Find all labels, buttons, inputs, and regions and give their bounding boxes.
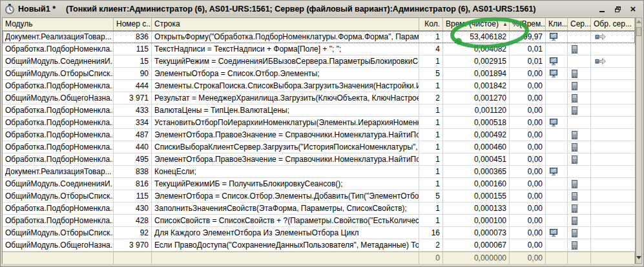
table-row[interactable]: Обработка.ПодборНоменкла... 115 ТекстНад… (3, 43, 635, 55)
scroll-down-icon[interactable] (636, 256, 641, 259)
cell-client (546, 178, 568, 190)
window-title-context: (Тонкий клиент:Администратор (6), AS01-U… (66, 5, 536, 14)
cell-module: ОбщийМодуль.СоединенияИ... (3, 178, 114, 190)
scroll-up-icon[interactable] (636, 20, 641, 23)
title-bar[interactable]: Новый1 * (Тонкий клиент:Администратор (6… (1, 1, 643, 17)
cell-module: Обработка.ПодборНоменкла... (3, 129, 114, 141)
cell-count: 1 (419, 104, 443, 116)
close-button[interactable]: × (628, 5, 638, 14)
column-header-percent[interactable]: %(Врем.... (510, 18, 546, 30)
cell-server (568, 104, 591, 116)
cell-count: 5 (419, 190, 443, 202)
cell-code-line: ЭлементОтбора.ПравоеЗначение = Справочни… (152, 153, 419, 165)
table-row[interactable]: ОбщийМодуль.ОтборыСписк... 92 Для Каждог… (3, 227, 635, 239)
table-row[interactable]: Обработка.ПодборНоменкла... 444 Элементы… (3, 80, 635, 92)
cell-client (546, 166, 568, 177)
table-body: Документ.РеализацияТовар... 836 ОткрытьФ… (3, 31, 635, 252)
cell-code-line: ЭлементОтбора.ПравоеЗначение = Справочни… (152, 129, 419, 141)
cell-percent: 0,00 (510, 166, 546, 177)
cell-server-call (591, 239, 635, 251)
table-row[interactable]: Документ.РеализацияТовар... 838 КонецЕсл… (3, 166, 635, 178)
cell-client (546, 92, 568, 104)
cell-server (568, 178, 591, 190)
table-row[interactable]: ОбщийМодуль.ОбщегоНазна... 3 971 Результ… (3, 92, 635, 104)
cell-server (568, 141, 591, 153)
client-monitor-icon (550, 229, 558, 237)
window-title: Новый1 * (18, 5, 56, 14)
cell-server-call (591, 227, 635, 239)
cell-client (546, 43, 568, 55)
cell-module: Обработка.ПодборНоменкла... (3, 43, 114, 55)
total-count: 0 (419, 252, 443, 264)
cell-time: 0,000492 (443, 129, 510, 141)
column-header-code-line[interactable]: Строка (152, 18, 419, 30)
column-header-time[interactable]: Врем. (чистое)▲ (443, 18, 510, 30)
table-row[interactable]: ОбщийМодуль.ОтборыСписк... 90 ЭлементыОт… (3, 68, 635, 80)
cell-percent: 0,00 (510, 239, 546, 251)
cell-client (546, 129, 568, 141)
cell-server (568, 31, 591, 43)
server-tower-icon (572, 155, 577, 164)
cell-line-number: 334 (114, 117, 152, 128)
table-row[interactable]: Обработка.ПодборНоменкла... 428 СписокСв… (3, 215, 635, 227)
minimize-button[interactable] (597, 5, 607, 14)
table-row[interactable]: ОбщийМодуль.СоединенияИ... 816 ТекущийРе… (3, 178, 635, 190)
cell-percent: 0,00 (510, 153, 546, 165)
cell-line-number: 92 (114, 227, 152, 239)
restore-button[interactable] (612, 5, 623, 14)
cell-percent: 0,01 (510, 55, 546, 67)
cell-module: Обработка.ПодборНоменкла... (3, 80, 114, 92)
cell-line-number: 440 (114, 141, 152, 153)
cell-percent: 0,00 (510, 190, 546, 202)
cell-time: 0,000160 (443, 178, 510, 190)
cell-count: 1 (419, 141, 443, 153)
cell-percent: 0,01 (510, 43, 546, 55)
table-row[interactable]: Обработка.ПодборНоменкла... 487 ЭлементО… (3, 129, 635, 141)
cell-server-call (591, 215, 635, 226)
table-row[interactable]: Обработка.ПодборНоменкла... 433 ВалютаЦе… (3, 104, 635, 117)
table-row[interactable]: ОбщийМодуль.СоединенияИ... 15 ТекущийРеж… (3, 55, 635, 68)
cell-code-line: Если ПравоДоступа("СохранениеДанныхПольз… (152, 239, 419, 251)
cell-code-line: ОткрытьФорму("Обработка.ПодборНоменклату… (152, 31, 419, 43)
cell-client (546, 104, 568, 116)
cell-module: ОбщийМодуль.ОбщегоНазна... (3, 239, 114, 251)
stopwatch-icon (5, 4, 15, 14)
cell-server (568, 68, 591, 79)
table-row[interactable]: Обработка.ПодборНоменкла... 440 СпискиВы… (3, 141, 635, 153)
cell-server (568, 203, 591, 214)
cell-percent: 0,00 (510, 141, 546, 153)
cell-module: ОбщийМодуль.ОтборыСписк... (3, 227, 114, 239)
cell-percent: 0,00 (510, 129, 546, 141)
column-header-server-call[interactable]: Обр. сер... (591, 18, 635, 30)
table-row[interactable]: Обработка.ПодборНоменкла... 334 Установи… (3, 117, 635, 129)
client-monitor-icon (550, 119, 558, 127)
table-row[interactable]: Документ.РеализацияТовар... 836 ОткрытьФ… (3, 31, 635, 43)
sort-ascending-icon: ▲ (503, 18, 508, 30)
cell-server-call (591, 117, 635, 128)
table-row[interactable]: ОбщийМодуль.ОтборыСписк... 115 ЭлементОт… (3, 190, 635, 203)
column-header-client[interactable]: Кли... (546, 18, 568, 30)
column-header-server[interactable]: Сер... (568, 18, 591, 30)
close-icon: × (630, 5, 636, 13)
cell-count: 1 (419, 153, 443, 165)
cell-code-line: ТекстНадписи = ТекстНадписи + Форма[Поле… (152, 43, 419, 55)
table-row[interactable]: ОбщийМодуль.ОбщегоНазна... 3 970 Если Пр… (3, 239, 635, 252)
scrollbar-thumb[interactable] (636, 27, 641, 36)
cell-time: 0,001270 (443, 92, 510, 104)
vertical-scrollbar[interactable] (636, 17, 642, 264)
cell-line-number: 428 (114, 215, 152, 226)
cell-module: ОбщийМодуль.СоединенияИ... (3, 55, 114, 67)
column-header-count[interactable]: Кол. (419, 18, 443, 30)
cell-code-line: ТекущийРежим = СоединенияИБВызовСервера.… (152, 55, 419, 67)
server-tower-icon (572, 217, 577, 225)
cell-module: Обработка.ПодборНоменкла... (3, 215, 114, 226)
table-row[interactable]: Обработка.ПодборНоменкла... 430 Заполнит… (3, 203, 635, 215)
cell-code-line: Результат = МенеджерХранилища.Загрузить(… (152, 92, 419, 104)
column-header-module[interactable]: Модуль (3, 18, 114, 30)
cell-module: Обработка.ПодборНоменкла... (3, 141, 114, 153)
cell-server-call (591, 104, 635, 116)
total-percent: 0,00 (510, 252, 546, 264)
column-header-line-number[interactable]: Номер с... (114, 18, 152, 30)
table-row[interactable]: Обработка.ПодборНоменкла... 495 ЭлементО… (3, 153, 635, 166)
cell-server-call (591, 153, 635, 165)
